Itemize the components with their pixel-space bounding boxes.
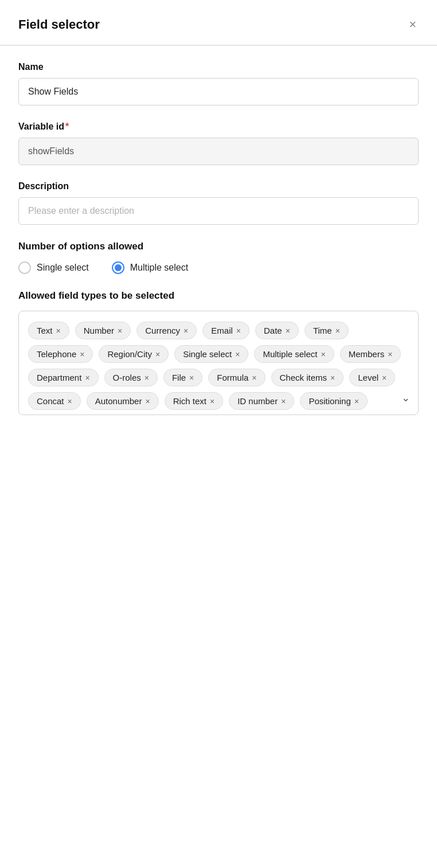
name-group: Name [18,62,419,105]
field-selector-modal: Field selector × Name Variable id* Descr… [0,0,437,449]
tag-label: Number [84,326,114,335]
radio-dot [115,264,122,271]
tag-label: Formula [217,373,248,382]
tag-remove-o-roles[interactable]: × [145,374,149,382]
tag-concat: Concat× [28,392,81,410]
multiple-select-label: Multiple select [130,263,188,273]
tag-remove-region-city[interactable]: × [155,350,160,358]
tag-label: Telephone [37,349,76,359]
tag-label: Rich text [173,396,206,406]
tag-label: Email [211,326,233,335]
modal-title: Field selector [18,17,100,32]
tag-label: File [172,373,186,382]
tag-remove-text[interactable]: × [56,327,61,335]
tag-remove-check-items[interactable]: × [330,374,335,382]
modal-header: Field selector × [0,0,437,45]
tag-autonumber: Autonumber× [87,392,159,410]
variable-id-label: Variable id* [18,122,419,132]
radio-group: Single select Multiple select [18,261,419,274]
tag-remove-time[interactable]: × [335,327,340,335]
tag-label: Time [313,326,332,335]
tag-remove-telephone[interactable]: × [80,350,84,358]
tag-remove-rich-text[interactable]: × [210,397,214,405]
tag-department: Department× [28,369,99,386]
tag-remove-number[interactable]: × [118,327,122,335]
variable-id-input[interactable] [18,138,419,165]
tag-currency: Currency× [136,322,197,339]
options-group: Number of options allowed Single select … [18,241,419,274]
tag-remove-autonumber[interactable]: × [145,397,150,405]
tag-label: Currency [145,326,180,335]
tag-label: ID number [237,396,278,406]
modal-body: Name Variable id* Description Number of … [0,46,437,449]
description-label: Description [18,181,419,191]
tag-label: Region/City [107,349,152,359]
tag-label: Concat [37,396,64,406]
tag-remove-multiple-select[interactable]: × [321,350,325,358]
tag-number: Number× [75,322,131,339]
tag-label: Members [349,349,385,359]
tag-multiple-select: Multiple select× [254,345,334,363]
tag-label: Level [358,373,379,382]
name-input[interactable] [18,78,419,105]
tag-date: Date× [255,322,299,339]
tag-single-select: Single select× [174,345,248,363]
tag-remove-concat[interactable]: × [68,397,72,405]
name-label: Name [18,62,419,72]
tag-remove-positioning[interactable]: × [354,397,359,405]
field-types-title: Allowed field types to be selected [18,290,419,302]
multiple-select-radio[interactable] [112,261,124,274]
tag-rich-text: Rich text× [165,392,224,410]
tag-remove-date[interactable]: × [286,327,290,335]
tag-positioning: Positioning× [300,392,368,410]
tag-o-roles: O-roles× [104,369,158,386]
tag-region-city: Region/City× [99,345,169,363]
tag-label: Text [37,326,53,335]
field-types-group: Allowed field types to be selected Text×… [18,290,419,415]
tag-level: Level× [349,369,395,386]
tag-text: Text× [28,322,69,339]
tag-members: Members× [340,345,401,363]
single-select-label: Single select [37,263,89,273]
tag-label: Positioning [309,396,350,406]
tag-remove-email[interactable]: × [236,327,241,335]
options-title: Number of options allowed [18,241,419,252]
tag-remove-level[interactable]: × [382,374,387,382]
tag-label: Date [264,326,282,335]
tag-remove-single-select[interactable]: × [235,350,240,358]
close-button[interactable]: × [407,16,419,33]
tag-label: Check items [280,373,327,382]
variable-id-group: Variable id* [18,122,419,165]
description-input[interactable] [18,197,419,225]
tag-remove-currency[interactable]: × [184,327,188,335]
expand-button[interactable]: ⌄ [401,392,410,404]
tag-label: O-roles [113,373,141,382]
tag-telephone: Telephone× [28,345,93,363]
tag-label: Department [37,373,81,382]
required-star: * [65,122,69,131]
tag-check-items: Check items× [271,369,344,386]
tag-file: File× [163,369,202,386]
single-select-option[interactable]: Single select [18,261,89,274]
tag-label: Single select [183,349,232,359]
tag-email: Email× [202,322,249,339]
tag-remove-members[interactable]: × [388,350,392,358]
tag-label: Autonumber [95,396,142,406]
tag-label: Multiple select [263,349,317,359]
tag-remove-formula[interactable]: × [252,374,256,382]
tag-id-number: ID number× [229,392,294,410]
tag-time: Time× [305,322,349,339]
tag-remove-department[interactable]: × [85,374,89,382]
multiple-select-option[interactable]: Multiple select [112,261,188,274]
tag-remove-file[interactable]: × [189,374,194,382]
description-group: Description [18,181,419,225]
single-select-radio[interactable] [18,261,31,274]
tag-formula: Formula× [208,369,265,386]
tags-container: Text×Number×Currency×Email×Date×Time×Tel… [18,311,419,415]
tag-remove-id-number[interactable]: × [281,397,286,405]
